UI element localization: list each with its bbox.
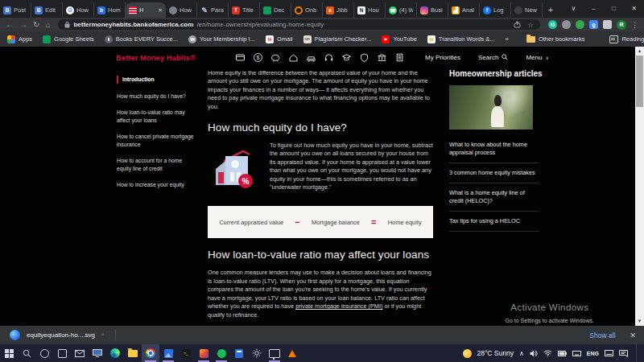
reload-button[interactable]: ↻ (33, 21, 39, 29)
cortana-button[interactable] (35, 344, 53, 362)
scrollbar-thumb[interactable] (636, 56, 643, 107)
settings-button[interactable] (248, 344, 266, 362)
bookmarks-overflow-icon[interactable]: » (505, 35, 508, 43)
toc-item-increase-equity[interactable]: How to increase your equity (117, 181, 197, 189)
terminal-button[interactable] (177, 344, 195, 362)
minimize-button[interactable]: – (584, 0, 604, 18)
bookmark-plagiarism[interactable]: Plagiarism Checker... (303, 35, 372, 43)
toc-item-ltv-ratio[interactable]: How loan-to-value ratio may affect your … (117, 109, 197, 124)
weather-text[interactable]: 28°C Sunny (477, 349, 514, 357)
wifi-icon[interactable] (543, 350, 552, 356)
bookmark-transition-words[interactable]: Transition Words &... (427, 35, 495, 43)
my-priorities-link[interactable]: My Priorities (425, 54, 460, 61)
display-button[interactable] (89, 344, 106, 362)
browser-tab[interactable]: (4) W (386, 2, 417, 18)
address-bar[interactable]: bettermoneyhabits.bankofamerica.com/en/h… (58, 19, 540, 30)
profile-avatar[interactable]: R (617, 20, 626, 30)
browser-tab[interactable]: Log (480, 2, 511, 18)
other-bookmarks-button[interactable]: Other bookmarks (526, 35, 585, 43)
bookmark-gmail[interactable]: Gmail (266, 35, 293, 43)
home-icon[interactable] (288, 52, 299, 63)
start-button[interactable] (0, 344, 18, 362)
mail-button[interactable] (71, 344, 89, 362)
toc-item-how-much-equity[interactable]: How much equity do I have? (117, 93, 197, 101)
keyboard-icon[interactable] (572, 351, 581, 356)
translate-extension-icon[interactable] (589, 20, 598, 29)
credit-card-icon[interactable] (235, 52, 246, 63)
touch-keyboard-icon[interactable] (605, 350, 613, 356)
maximize-button[interactable]: □ (604, 0, 624, 18)
tab-close-icon[interactable]: ✕ (158, 7, 163, 14)
graduation-cap-icon[interactable] (341, 52, 352, 63)
share-icon[interactable] (514, 21, 521, 28)
browser-tab[interactable]: Post (0, 2, 31, 18)
file-explorer-button[interactable] (124, 344, 142, 362)
green-extension-icon[interactable] (576, 20, 584, 29)
bookmark-apps[interactable]: Apps (7, 35, 32, 43)
photos-button[interactable] (159, 344, 177, 362)
edge-button[interactable] (106, 344, 124, 362)
scroll-up-arrow-icon[interactable]: ▲ (635, 47, 644, 56)
chrome-button[interactable] (142, 344, 159, 362)
vlc-button[interactable] (283, 344, 301, 362)
toc-item-cancel-pmi[interactable]: How to cancel private mortgage insurance (117, 133, 197, 148)
related-article-link[interactable]: 3 common home equity mistakes (449, 163, 539, 183)
new-tab-button[interactable]: + (543, 2, 559, 18)
browser-tab[interactable]: Anal (448, 2, 480, 18)
bank-icon[interactable] (377, 52, 387, 63)
browser-tab[interactable]: Hom (94, 2, 126, 18)
browser-tab[interactable]: Hou (354, 2, 386, 18)
bookmark-youtube[interactable]: YouTube (382, 35, 416, 43)
battery-icon[interactable] (558, 351, 567, 356)
back-button[interactable]: ← (6, 21, 14, 29)
toc-item-heloc[interactable]: How to account for a home equity line of… (117, 157, 197, 172)
bookmark-books[interactable]: Books EVERY Succe... (105, 35, 178, 43)
bookmark-star-icon[interactable]: ☆ (527, 21, 534, 29)
browser-menu-kebab-icon[interactable]: ⋮ (631, 21, 638, 29)
better-money-habits-logo[interactable]: Better Money Habits® (116, 53, 196, 62)
browser-tab[interactable]: Edit (31, 2, 63, 18)
browser-tab[interactable]: How (63, 2, 94, 18)
browser-tab[interactable]: Onb (291, 2, 323, 18)
task-view-button[interactable] (53, 344, 71, 362)
bookmark-membership[interactable]: Your Membership I... (188, 35, 255, 43)
reading-list-button[interactable]: Reading list (609, 35, 644, 43)
tab-search-icon[interactable]: ∨ (564, 0, 584, 18)
download-caret-icon[interactable]: ^ (101, 332, 104, 338)
bookmark-google-sheets[interactable]: Google Sheets (43, 35, 94, 43)
language-indicator[interactable]: ENG (587, 351, 599, 356)
taskbar-search-button[interactable] (18, 344, 35, 362)
download-filename[interactable]: equityequation-ho....svg (27, 331, 95, 339)
close-window-button[interactable]: ✕ (624, 0, 644, 18)
extensions-puzzle-icon[interactable] (603, 20, 612, 29)
browser-tab[interactable]: Dec (260, 2, 291, 18)
search-link[interactable]: Search (478, 54, 508, 61)
hidden-icons-chevron[interactable]: ∧ (519, 350, 524, 357)
document-icon[interactable] (394, 52, 405, 63)
browser-tab[interactable]: Para (197, 2, 229, 18)
piggy-bank-icon[interactable] (270, 52, 281, 63)
related-article-link[interactable]: What is a home equity line of credit (HE… (449, 183, 539, 212)
browser-tab[interactable]: New (511, 2, 543, 18)
grammarly-extension-icon[interactable] (548, 20, 557, 29)
dollar-coin-icon[interactable]: $ (253, 52, 263, 63)
toc-item-introduction[interactable]: Introduction (117, 76, 197, 84)
browser-tab[interactable]: Jibb (323, 2, 354, 18)
browser-tab-active[interactable]: H✕ (126, 2, 166, 18)
close-download-bar-icon[interactable]: ✕ (630, 331, 636, 339)
show-all-downloads-link[interactable]: Show all (589, 331, 615, 339)
related-article-link[interactable]: Tax tips for using a HELOC (449, 212, 539, 232)
pmi-link[interactable]: private mortgage insurance (PMI) (295, 302, 382, 310)
headset-icon[interactable] (324, 52, 334, 63)
show-desktop-button[interactable] (636, 344, 639, 362)
menu-link[interactable]: Menu∨ (526, 54, 548, 61)
forward-button[interactable]: → (19, 21, 27, 29)
home-button[interactable]: ⌂ (45, 21, 50, 29)
browser-tab[interactable]: Title (229, 2, 260, 18)
volume-icon[interactable] (530, 350, 538, 357)
password-manager-button[interactable] (195, 344, 213, 362)
calculator-button[interactable] (230, 344, 248, 362)
connect-button[interactable] (266, 344, 283, 362)
page-scrollbar[interactable]: ▲ ▼ (635, 47, 644, 326)
weather-sun-icon[interactable] (463, 349, 472, 358)
